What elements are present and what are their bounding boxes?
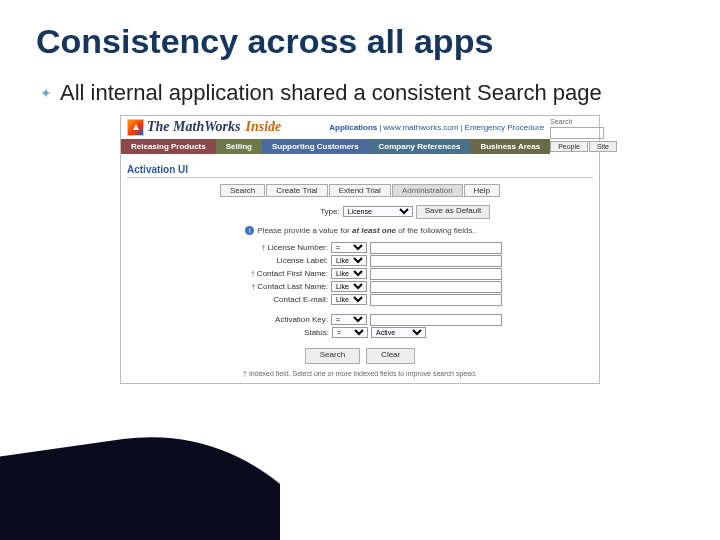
search-label: Search (550, 118, 617, 125)
mathworks-logo-icon (127, 119, 144, 136)
subnav-help[interactable]: Help (464, 184, 500, 197)
embedded-screenshot: The MathWorks Inside Applications| www.m… (120, 115, 600, 384)
license-number-op[interactable]: = (331, 242, 367, 253)
bullet-icon: ✦ (40, 85, 52, 101)
activation-key-op[interactable]: = (331, 314, 367, 325)
toplink-applications[interactable]: Applications (329, 123, 377, 132)
brand-sub: Inside (245, 119, 281, 135)
license-number-input[interactable] (370, 242, 502, 254)
status-select[interactable]: Active (371, 327, 426, 338)
nav-selling[interactable]: Selling (216, 139, 262, 154)
nav-company[interactable]: Company References (369, 139, 471, 154)
email-label: Contact E-mail: (218, 295, 328, 304)
last-name-op[interactable]: Like (331, 281, 367, 292)
search-input[interactable] (550, 127, 604, 139)
clear-button[interactable]: Clear (366, 348, 415, 364)
activation-key-label: Activation Key: (218, 315, 328, 324)
tab-site[interactable]: Site (589, 141, 617, 152)
nav-supporting[interactable]: Supporting Customers (262, 139, 369, 154)
email-op[interactable]: Like (331, 294, 367, 305)
search-button[interactable]: Search (305, 348, 360, 364)
nav-business[interactable]: Business Areas (470, 139, 550, 154)
slide-title: Consistency across all apps (0, 0, 720, 61)
form-hint: i Please provide a value for at least on… (245, 226, 474, 235)
status-op[interactable]: = (332, 327, 368, 338)
brand-main: The MathWorks (147, 119, 240, 135)
tab-people[interactable]: People (550, 141, 588, 152)
nav-releasing[interactable]: Releasing Products (121, 139, 216, 154)
save-default-button[interactable]: Save as Default (416, 205, 490, 219)
first-name-label: Contact First Name: (218, 269, 328, 278)
first-name-op[interactable]: Like (331, 268, 367, 279)
license-label-label: License Label: (218, 256, 328, 265)
subnav-admin[interactable]: Administration (392, 184, 463, 197)
subnav-search[interactable]: Search (220, 184, 265, 197)
last-name-input[interactable] (370, 281, 502, 293)
decorative-swoosh (0, 400, 280, 540)
bullet-item: ✦ All internal application shared a cons… (0, 61, 720, 107)
header-top-links: Applications| www.mathworks.com| Emergen… (329, 123, 544, 132)
app-header: The MathWorks Inside Applications| www.m… (121, 116, 550, 139)
section-title: Activation UI (127, 158, 593, 178)
sub-nav: Search Create Trial Extend Trial Adminis… (127, 184, 593, 197)
email-input[interactable] (370, 294, 502, 306)
status-label: Status: (219, 328, 329, 337)
global-search: Search People Site (550, 116, 621, 154)
type-label: Type: (230, 207, 340, 216)
toplink-emergency[interactable]: Emergency Procedure (465, 123, 545, 132)
main-nav: Releasing Products Selling Supporting Cu… (121, 139, 550, 154)
info-icon: i (245, 226, 254, 235)
footnote: † Indexed field. Select one or more inde… (127, 370, 593, 377)
toplink-mathworks[interactable]: www.mathworks.com (383, 123, 458, 132)
subnav-create[interactable]: Create Trial (266, 184, 327, 197)
license-label-input[interactable] (370, 255, 502, 267)
license-label-op[interactable]: Like (331, 255, 367, 266)
activation-key-input[interactable] (370, 314, 502, 326)
subnav-extend[interactable]: Extend Trial (329, 184, 391, 197)
type-select[interactable]: License (343, 206, 413, 217)
bullet-text: All internal application shared a consis… (60, 79, 602, 107)
first-name-input[interactable] (370, 268, 502, 280)
last-name-label: Contact Last Name: (218, 282, 328, 291)
license-number-label: License Number: (218, 243, 328, 252)
